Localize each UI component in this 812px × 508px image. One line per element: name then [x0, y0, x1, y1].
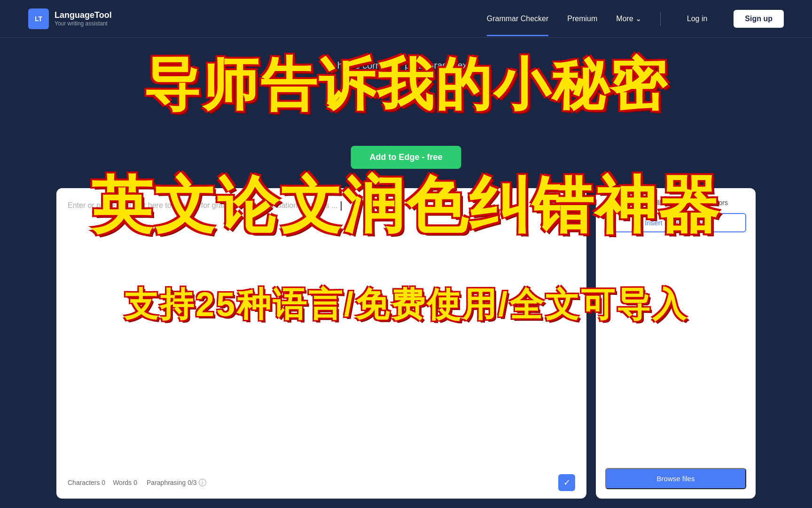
logo-tagline: Your writing assistant: [55, 20, 112, 27]
info-icon: i: [199, 479, 206, 486]
logo-name: LanguageTool: [55, 10, 112, 20]
hero-section: helps correct or paraphrase texts: [0, 38, 812, 80]
logo-text: LanguageTool Your writing assistant: [55, 10, 112, 27]
check-icon: ✓: [563, 477, 570, 488]
text-footer: Characters 0 Words 0 Paraphrasing 0/3 i …: [68, 474, 575, 491]
panel-description: — Including spelling and grammar errors: [605, 198, 746, 207]
logo-area: LT LanguageTool Your writing assistant: [28, 8, 112, 29]
words-count: Words 0: [113, 479, 137, 486]
login-button[interactable]: Log in: [679, 11, 715, 27]
hero-subtitle: helps correct or paraphrase texts: [28, 60, 784, 71]
text-input-area[interactable]: Enter or paste your text here to check i…: [56, 188, 586, 499]
text-placeholder: Enter or paste your text here to check i…: [68, 199, 575, 212]
browse-files-button[interactable]: Browse files: [605, 468, 746, 489]
text-stats: Characters 0 Words 0: [68, 479, 137, 486]
nav-more[interactable]: More ⌄: [616, 14, 641, 23]
signup-button[interactable]: Sign up: [734, 10, 784, 28]
nav-grammar-checker[interactable]: Grammar Checker: [487, 15, 549, 23]
right-panel: — Including spelling and grammar errors …: [596, 188, 756, 499]
paraphrasing-stat: Paraphrasing 0/3 i: [147, 479, 206, 486]
green-cta-button[interactable]: Add to Edge - free: [351, 146, 461, 169]
nav-links: Grammar Checker Premium More ⌄ Log in Si…: [487, 10, 784, 28]
navbar: LT LanguageTool Your writing assistant G…: [0, 0, 812, 38]
nav-divider: [660, 12, 661, 26]
logo-letters: LT: [35, 15, 42, 23]
dash-icon: —: [605, 198, 614, 207]
characters-count: Characters 0: [68, 479, 105, 486]
logo-icon: LT: [28, 8, 49, 29]
chevron-down-icon: ⌄: [635, 14, 641, 23]
main-content: Enter or paste your text here to check i…: [56, 188, 756, 499]
check-button[interactable]: ✓: [558, 474, 575, 491]
insert-example-button[interactable]: Insert Example Text: [605, 213, 746, 232]
nav-premium[interactable]: Premium: [567, 15, 597, 23]
text-cursor: [341, 201, 342, 211]
